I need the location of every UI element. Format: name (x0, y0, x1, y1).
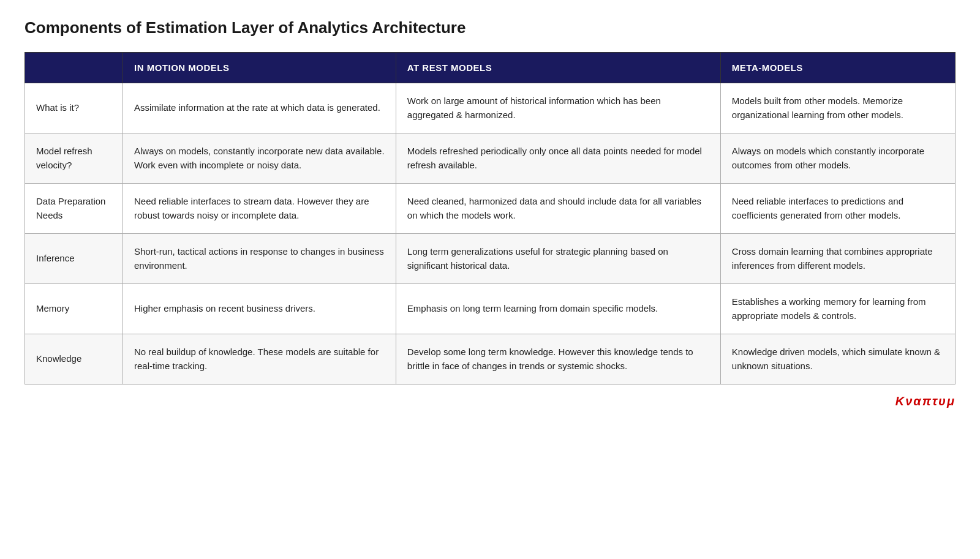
main-table: IN MOTION MODELS AT REST MODELS META-MOD… (24, 52, 956, 385)
header-at-rest: AT REST MODELS (396, 53, 720, 83)
row-0-col3: Models built from other models. Memorize… (720, 83, 955, 133)
header-row-label (25, 53, 123, 83)
row-3-col3: Cross domain learning that combines appr… (720, 234, 955, 284)
row-label: Data Preparation Needs (25, 184, 123, 234)
row-1-col2: Models refreshed periodically only once … (396, 133, 720, 184)
row-2-col2: Need cleaned, harmonized data and should… (396, 184, 720, 234)
row-4-col3: Establishes a working memory for learnin… (720, 284, 955, 334)
table-row: What is it?Assimilate information at the… (25, 83, 956, 133)
row-3-col2: Long term generalizations useful for str… (396, 234, 720, 284)
page-title: Components of Estimation Layer of Analyt… (24, 18, 956, 37)
table-row: Data Preparation NeedsNeed reliable inte… (25, 184, 956, 234)
row-0-col1: Assimilate information at the rate at wh… (123, 83, 396, 133)
row-2-col1: Need reliable interfaces to stream data.… (123, 184, 396, 234)
row-2-col3: Need reliable interfaces to predictions … (720, 184, 955, 234)
row-1-col3: Always on models which constantly incorp… (720, 133, 955, 184)
row-5-col3: Knowledge driven models, which simulate … (720, 334, 955, 385)
row-5-col2: Develop some long term knowledge. Howeve… (396, 334, 720, 385)
row-label: What is it? (25, 83, 123, 133)
row-label: Inference (25, 234, 123, 284)
table-row: Model refresh velocity?Always on models,… (25, 133, 956, 184)
table-row: MemoryHigher emphasis on recent business… (25, 284, 956, 334)
table-row: KnowledgeNo real buildup of knowledge. T… (25, 334, 956, 385)
row-0-col2: Work on large amount of historical infor… (396, 83, 720, 133)
brand-logo: Κναπτυμ (24, 394, 956, 408)
row-4-col1: Higher emphasis on recent business drive… (123, 284, 396, 334)
table-row: InferenceShort-run, tactical actions in … (25, 234, 956, 284)
row-4-col2: Emphasis on long term learning from doma… (396, 284, 720, 334)
row-label: Model refresh velocity? (25, 133, 123, 184)
row-5-col1: No real buildup of knowledge. These mode… (123, 334, 396, 385)
header-in-motion: IN MOTION MODELS (123, 53, 396, 83)
row-1-col1: Always on models, constantly incorporate… (123, 133, 396, 184)
row-3-col1: Short-run, tactical actions in response … (123, 234, 396, 284)
row-label: Knowledge (25, 334, 123, 385)
header-meta-models: META-MODELS (720, 53, 955, 83)
row-label: Memory (25, 284, 123, 334)
